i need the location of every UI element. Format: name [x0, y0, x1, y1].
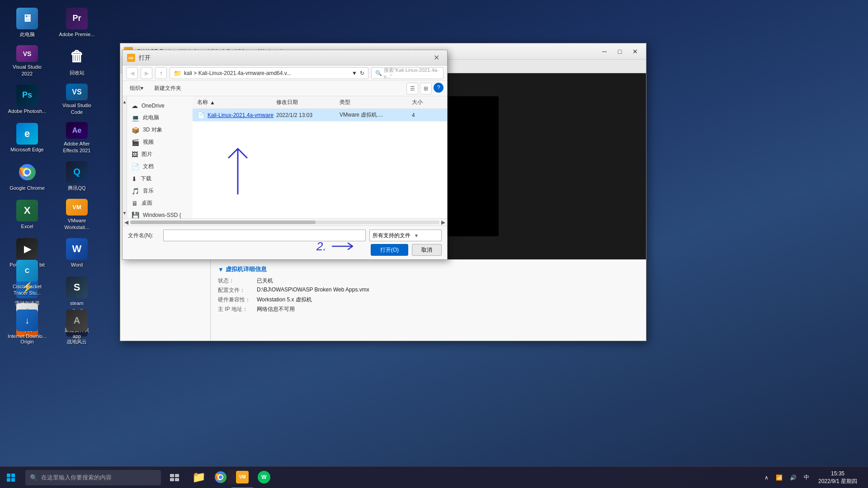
vm-config-value: D:\BJ\OWASP\OWASP Broken Web Apps.vmx: [257, 286, 369, 294]
excel-icon: X: [16, 200, 38, 221]
show-desktop-button[interactable]: [863, 467, 866, 488]
horizontal-scrollbar[interactable]: ◀ ▶: [123, 218, 447, 225]
icon-qq[interactable]: Q 腾讯QQ: [54, 158, 99, 194]
volume-icon[interactable]: 🔊: [786, 467, 800, 488]
clock-display[interactable]: 15:35 2022/9/1 星期四: [813, 467, 863, 488]
wifi-icon: 📶: [776, 474, 783, 481]
filename-row: 文件名(N): 所有支持的文件 ▼: [128, 230, 442, 241]
sidebar-scroll-up-button[interactable]: ▲: [123, 97, 127, 106]
language-indicator[interactable]: 中: [800, 467, 813, 488]
icon-excel-label: Excel: [21, 223, 33, 230]
organize-button[interactable]: 组织▾: [126, 83, 147, 94]
col-name-header[interactable]: 名称 ▲: [194, 96, 274, 108]
col-size-header[interactable]: 大小: [409, 96, 445, 108]
icon-computer[interactable]: 🖥 此电脑: [5, 5, 50, 41]
icon-aftereffects[interactable]: Ae Adobe After Effects 2021: [54, 120, 99, 156]
file-size-cell: 4: [409, 109, 445, 121]
search-bar[interactable]: 🔍 搜索"Kali-Linux-2021.4a-v...": [371, 67, 443, 79]
view-options: ☰ ⊞ ?: [406, 83, 443, 94]
vm-hardware-label: 硬件兼容性：: [218, 296, 254, 304]
help-button[interactable]: ?: [434, 83, 443, 93]
file-dialog-close-button[interactable]: ✕: [430, 52, 443, 63]
file-dialog-titlebar: VM 打开 ✕: [123, 50, 447, 66]
icon-excel[interactable]: X Excel: [5, 197, 50, 233]
taskbar-app-wechat[interactable]: W: [253, 467, 275, 488]
icon-vstudio[interactable]: VS Visual Studio 2022: [5, 43, 50, 79]
h-scroll-thumb[interactable]: [130, 221, 316, 224]
new-folder-button[interactable]: 新建文件夹: [151, 83, 185, 94]
nav-forward-button[interactable]: ▶: [141, 67, 152, 79]
taskbar-search-bar[interactable]: 🔍 在这里输入你要搜索的内容: [25, 470, 161, 485]
cancel-button[interactable]: 取消: [412, 244, 442, 256]
network-icon[interactable]: 📶: [772, 467, 786, 488]
vm-ip-value: 网络信息不可用: [257, 305, 295, 313]
sidebar-item-music[interactable]: 🎵 音乐: [127, 185, 193, 197]
sidebar-item-desktop[interactable]: 🖥 桌面: [127, 197, 193, 209]
h-scroll-right-button[interactable]: ▶: [441, 219, 445, 225]
address-bar[interactable]: 📁 kali > Kali-Linux-2021.4a-vmware-amd64…: [170, 67, 368, 79]
col-date-header[interactable]: 修改日期: [274, 96, 337, 108]
icon-chrome[interactable]: Google Chrome: [5, 158, 50, 194]
vm-info-ip: 主 IP 地址： 网络信息不可用: [218, 305, 639, 313]
icon-premiere[interactable]: Pr Adobe Premie...: [54, 5, 99, 41]
filename-input[interactable]: [163, 230, 366, 241]
start-button[interactable]: [0, 467, 22, 488]
address-dropdown-arrow[interactable]: ▼: [352, 70, 357, 76]
icon-photoshop[interactable]: Ps Adobe Photosh...: [5, 81, 50, 117]
address-refresh-icon[interactable]: ↻: [360, 70, 364, 76]
icon-internet[interactable]: ↓ Internet Downlo...: [5, 307, 50, 342]
sidebar-item-onedrive[interactable]: ☁ OneDrive: [127, 100, 193, 112]
open-button[interactable]: 打开(O): [371, 244, 408, 256]
icon-qq-label: 腾讯QQ: [68, 185, 85, 191]
sidebar-item-pictures[interactable]: 🖼 图片: [127, 148, 193, 160]
sidebar-scroll-down-button[interactable]: ▼: [123, 208, 127, 217]
taskbar-app-vmware[interactable]: VM: [231, 467, 253, 488]
view-toggle-button[interactable]: ☰: [406, 83, 418, 94]
file-row-kali[interactable]: 📄 Kali-Linux-2021.4a-vmware-amd64 2022/1…: [193, 109, 447, 122]
view-list-button[interactable]: ⊞: [420, 83, 432, 94]
icon-edge[interactable]: e Microsoft Edge: [5, 120, 50, 156]
system-tray-expand-button[interactable]: ∧: [761, 467, 772, 488]
pictures-label: 图片: [142, 150, 188, 158]
vmware-close-button[interactable]: ✕: [628, 46, 642, 57]
icon-vmware[interactable]: VM VMware Workstati...: [54, 197, 99, 233]
vm-hardware-value: Workstation 5.x 虚拟机: [257, 296, 312, 304]
taskbar-app-explorer[interactable]: 📁: [188, 467, 210, 488]
file-size-text: 4: [412, 112, 415, 118]
vm-info-hardware: 硬件兼容性： Workstation 5.x 虚拟机: [218, 296, 639, 304]
vm-info-collapse-icon[interactable]: ▼: [218, 266, 224, 273]
sidebar-item-3d[interactable]: 📦 3D 对象: [127, 124, 193, 136]
sidebar-item-computer[interactable]: 💻 此电脑: [127, 112, 193, 124]
icon-cisco[interactable]: C Cisco Packet Tracer Stu...: [5, 258, 50, 299]
docs-icon: 📄: [132, 163, 139, 170]
icon-vscode[interactable]: VS Visual Studio Code: [54, 81, 99, 117]
nav-back-button[interactable]: ◀: [126, 67, 138, 79]
icon-premiere-label: Adobe Premie...: [59, 31, 95, 38]
vmware-minimize-button[interactable]: ─: [597, 46, 612, 57]
h-scroll-left-button[interactable]: ◀: [124, 219, 128, 225]
icon-internet-label: Internet Downlo...: [8, 333, 47, 339]
sidebar-item-docs[interactable]: 📄 文档: [127, 160, 193, 173]
icon-chrome-label: Google Chrome: [9, 185, 45, 191]
icon-edge-label: Microsoft Edge: [10, 146, 43, 153]
expand-tray-icon: ∧: [764, 474, 769, 481]
cancel-button-label: 取消: [421, 246, 432, 254]
nav-up-button[interactable]: ↑: [155, 67, 167, 79]
vmware-icon: VM: [66, 199, 88, 216]
icon-app[interactable]: A app: [54, 307, 99, 342]
icon-recycle[interactable]: 🗑 回收站: [54, 43, 99, 79]
task-view-button[interactable]: [165, 467, 184, 488]
col-type-header[interactable]: 类型: [337, 96, 409, 108]
sidebar-item-video[interactable]: 🎬 视频: [127, 136, 193, 148]
sidebar-item-downloads[interactable]: ⬇ 下载: [127, 173, 193, 185]
filetype-dropdown[interactable]: 所有支持的文件 ▼: [369, 230, 442, 241]
explorer-taskbar-icon: 📁: [193, 471, 205, 483]
vm-status-value: 已关机: [257, 277, 273, 285]
vmware-maximize-button[interactable]: □: [613, 46, 627, 57]
taskbar-app-chrome[interactable]: [210, 467, 231, 488]
sidebar-item-windows-ssd[interactable]: 💾 Windows-SSD (: [127, 209, 193, 218]
svg-rect-11: [11, 478, 15, 482]
video-label: 视频: [143, 138, 188, 146]
vmware-taskbar-icon: VM: [236, 471, 249, 483]
h-scroll-track: [130, 221, 439, 224]
